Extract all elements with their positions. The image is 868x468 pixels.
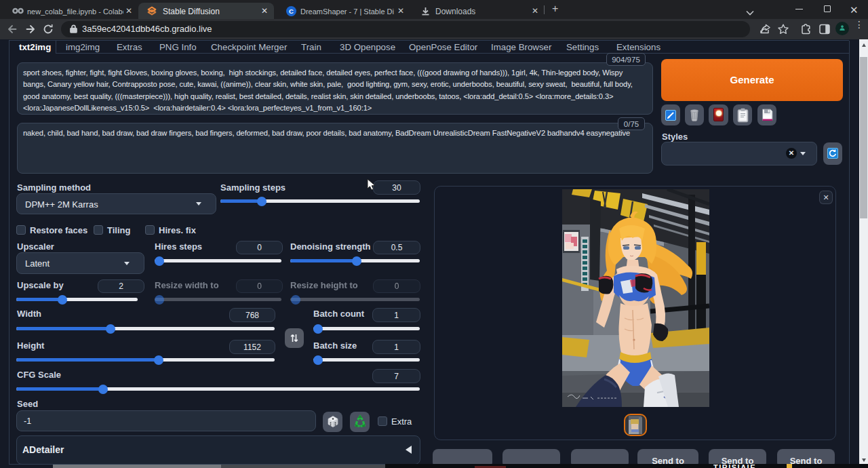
svg-text:C: C bbox=[289, 7, 294, 15]
